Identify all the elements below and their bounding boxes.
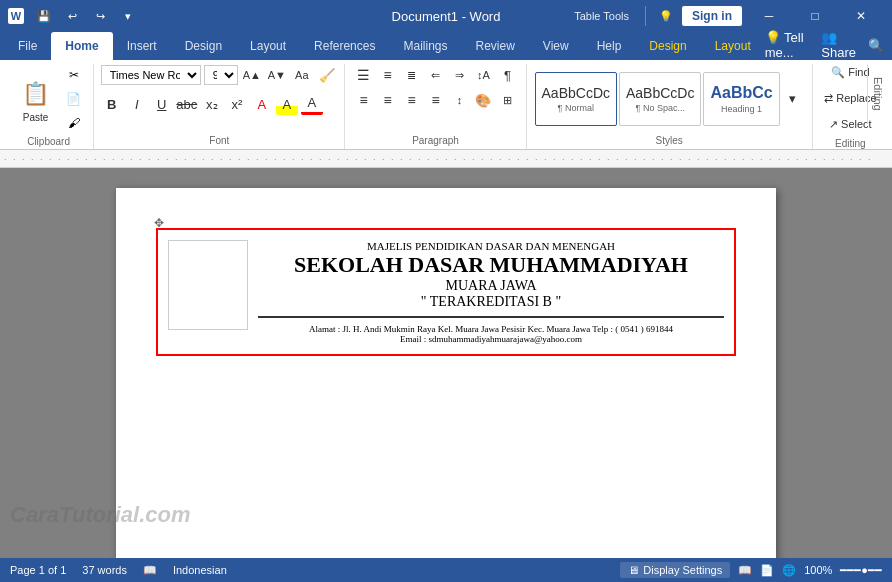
copy-button[interactable]: 📄: [62, 88, 86, 110]
undo-button[interactable]: ↩: [60, 4, 84, 28]
ribbon-tabs: File Home Insert Design Layout Reference…: [0, 32, 892, 60]
title-bar-title: Document1 - Word: [392, 9, 501, 24]
paste-button[interactable]: 📋 Paste: [12, 74, 60, 125]
subscript-button[interactable]: x₂: [201, 93, 223, 115]
style-normal[interactable]: AaBbCcDc ¶ Normal: [535, 72, 617, 126]
tab-home[interactable]: Home: [51, 32, 112, 60]
editing-sidebar-label: Editing: [872, 77, 884, 111]
styles-more-button[interactable]: ▾: [782, 88, 804, 110]
tab-review[interactable]: Review: [461, 32, 528, 60]
tab-file[interactable]: File: [4, 32, 51, 60]
horizontal-rule: [258, 316, 724, 318]
bold-button[interactable]: B: [101, 93, 123, 115]
font-row-bottom: B I U abc x₂ x² A A A: [101, 93, 323, 115]
shading-button[interactable]: 🎨: [472, 89, 494, 111]
status-bar: Page 1 of 1 37 words 📖 Indonesian 🖥 Disp…: [0, 558, 892, 582]
window-controls: ─ □ ✕: [746, 0, 884, 32]
line-spacing-button[interactable]: ↕: [448, 89, 470, 111]
ribbon-group-font: Times New Ro 9 A▲ A▼ Aa 🧹 B I U abc x₂ x…: [94, 64, 345, 149]
share-button[interactable]: 👥 Share: [821, 30, 856, 60]
style-normal-preview: AaBbCcDc: [542, 85, 610, 101]
tell-me-input[interactable]: 💡 Tell me...: [765, 30, 810, 60]
title-bar: W 💾 ↩ ↪ ▾ Document1 - Word Table Tools 💡…: [0, 0, 892, 32]
font-family-selector[interactable]: Times New Ro: [101, 65, 201, 85]
font-color-button[interactable]: A: [301, 93, 323, 115]
display-settings-label: Display Settings: [643, 564, 722, 576]
align-right-button[interactable]: ≡: [400, 89, 422, 111]
ruler: · · · · · · · · · · · · · · · · · · · · …: [0, 150, 892, 168]
ribbon-search-button[interactable]: 🔍: [868, 38, 884, 53]
clipboard-label: Clipboard: [12, 134, 85, 150]
tab-layout[interactable]: Layout: [236, 32, 300, 60]
letterhead-box[interactable]: MAJELIS PENDIDIKAN DASAR DAN MENENGAH SE…: [156, 228, 736, 356]
increase-font-button[interactable]: A▲: [241, 64, 263, 86]
para-row-1: ☰ ≡ ≣ ⇐ ⇒ ↕A ¶: [352, 64, 518, 86]
style-heading1[interactable]: AaBbCc Heading 1: [703, 72, 779, 126]
title-bar-left: W 💾 ↩ ↪ ▾: [8, 4, 140, 28]
proofing-icon: 📖: [143, 564, 157, 577]
multilevel-list-button[interactable]: ≣: [400, 64, 422, 86]
view-read-button[interactable]: 📖: [738, 564, 752, 577]
selection-handle[interactable]: ✥: [154, 216, 166, 228]
save-button[interactable]: 💾: [32, 4, 56, 28]
document-area: ✥ MAJELIS PENDIDIKAN DASAR DAN MENENGAH …: [0, 168, 892, 558]
tab-table-layout[interactable]: Layout: [701, 32, 765, 60]
numbering-button[interactable]: ≡: [376, 64, 398, 86]
tab-mailings[interactable]: Mailings: [389, 32, 461, 60]
font-size-selector[interactable]: 9: [204, 65, 238, 85]
logo-placeholder: [168, 240, 248, 330]
tab-table-design[interactable]: Design: [635, 32, 700, 60]
tab-view[interactable]: View: [529, 32, 583, 60]
letterhead-text: MAJELIS PENDIDIKAN DASAR DAN MENENGAH SE…: [258, 240, 724, 344]
redo-button[interactable]: ↪: [88, 4, 112, 28]
strikethrough-button[interactable]: abc: [176, 93, 198, 115]
paragraph-label: Paragraph: [353, 133, 517, 149]
text-highlight-button[interactable]: A: [276, 93, 298, 115]
view-web-button[interactable]: 🌐: [782, 564, 796, 577]
city-name: MUARA JAWA: [258, 278, 724, 294]
minimize-button[interactable]: ─: [746, 0, 792, 32]
text-effects-button[interactable]: A: [251, 93, 273, 115]
tab-references[interactable]: References: [300, 32, 389, 60]
style-no-spacing[interactable]: AaBbCcDc ¶ No Spac...: [619, 72, 701, 126]
ribbon-content: 📋 Paste ✂ 📄 🖌 Clipboard Times New Ro 9 A…: [0, 60, 892, 150]
tab-insert[interactable]: Insert: [113, 32, 171, 60]
maximize-button[interactable]: □: [792, 0, 838, 32]
style-gallery: AaBbCcDc ¶ Normal AaBbCcDc ¶ No Spac... …: [535, 72, 804, 126]
align-left-button[interactable]: ≡: [352, 89, 374, 111]
superscript-button[interactable]: x²: [226, 93, 248, 115]
decrease-font-button[interactable]: A▼: [266, 64, 288, 86]
tab-design[interactable]: Design: [171, 32, 236, 60]
clear-format-button[interactable]: 🧹: [316, 64, 338, 86]
change-case-button[interactable]: Aa: [291, 64, 313, 86]
display-settings-button[interactable]: 🖥 Display Settings: [620, 562, 730, 578]
font-label: Font: [102, 133, 336, 149]
show-formatting-button[interactable]: ¶: [496, 64, 518, 86]
ribbon-group-paragraph: ☰ ≡ ≣ ⇐ ⇒ ↕A ¶ ≡ ≡ ≡ ≡ ↕ 🎨 ⊞ Paragraph: [345, 64, 526, 149]
font-row-top: Times New Ro 9 A▲ A▼ Aa 🧹: [101, 64, 338, 86]
underline-button[interactable]: U: [151, 93, 173, 115]
tab-help[interactable]: Help: [583, 32, 636, 60]
font-content: Times New Ro 9 A▲ A▼ Aa 🧹 B I U abc x₂ x…: [101, 64, 338, 133]
style-nospace-preview: AaBbCcDc: [626, 85, 694, 101]
title-bar-right: Table Tools 💡 Sign in ─ □ ✕: [566, 0, 884, 32]
word-count: 37 words: [82, 564, 127, 576]
justify-button[interactable]: ≡: [424, 89, 446, 111]
increase-indent-button[interactable]: ⇒: [448, 64, 470, 86]
format-painter-button[interactable]: 🖌: [62, 112, 86, 134]
italic-button[interactable]: I: [126, 93, 148, 115]
borders-button[interactable]: ⊞: [496, 89, 518, 111]
signin-button[interactable]: Sign in: [682, 6, 742, 26]
cut-button[interactable]: ✂: [62, 64, 86, 86]
zoom-slider[interactable]: ━━━●━━: [840, 564, 882, 577]
qat-dropdown-button[interactable]: ▾: [116, 4, 140, 28]
view-print-button[interactable]: 📄: [760, 564, 774, 577]
close-button[interactable]: ✕: [838, 0, 884, 32]
tell-me-button[interactable]: 💡: [654, 4, 678, 28]
sort-button[interactable]: ↕A: [472, 64, 494, 86]
quick-access-toolbar: 💾 ↩ ↪ ▾: [32, 4, 140, 28]
decrease-indent-button[interactable]: ⇐: [424, 64, 446, 86]
clipboard-small-buttons: ✂ 📄 🖌: [62, 64, 86, 134]
bullets-button[interactable]: ☰: [352, 64, 374, 86]
align-center-button[interactable]: ≡: [376, 89, 398, 111]
